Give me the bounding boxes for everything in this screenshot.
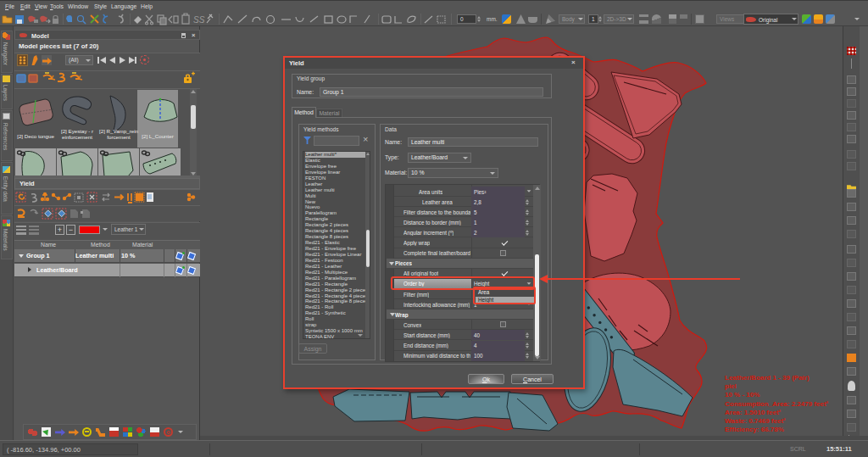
svg-text:SS: SS (193, 15, 205, 25)
